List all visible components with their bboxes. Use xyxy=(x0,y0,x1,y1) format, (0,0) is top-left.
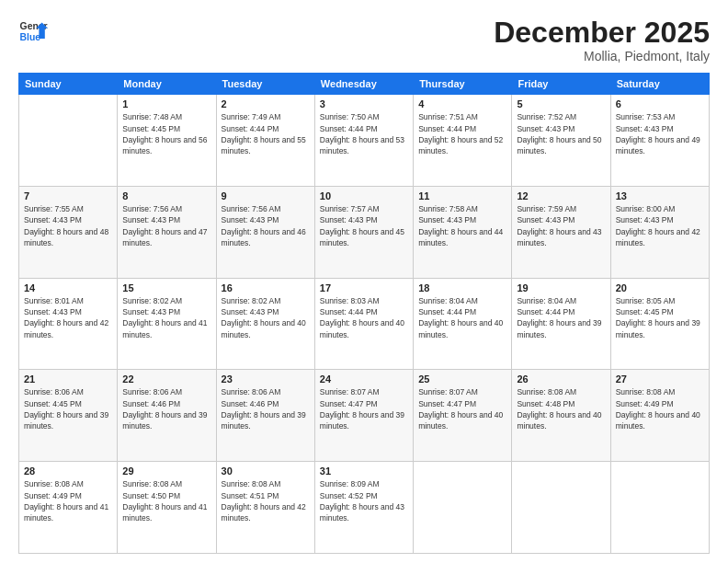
day-info: Sunrise: 8:09 AM Sunset: 4:52 PM Dayligh… xyxy=(320,478,408,523)
sunset: Sunset: 4:47 PM xyxy=(418,399,476,408)
daylight: Daylight: 8 hours and 40 minutes. xyxy=(616,410,700,431)
col-saturday: Saturday xyxy=(610,74,709,95)
cell-w1-d4: 11 Sunrise: 7:58 AM Sunset: 4:43 PM Dayl… xyxy=(414,186,512,278)
sunset: Sunset: 4:52 PM xyxy=(320,491,378,500)
cell-w3-d0: 21 Sunrise: 8:06 AM Sunset: 4:45 PM Dayl… xyxy=(19,370,118,462)
logo: General Blue xyxy=(18,17,48,46)
cell-w3-d6: 27 Sunrise: 8:08 AM Sunset: 4:49 PM Dayl… xyxy=(610,370,709,462)
sunrise: Sunrise: 8:03 AM xyxy=(320,296,380,305)
day-number: 29 xyxy=(122,465,210,477)
day-number: 22 xyxy=(122,373,210,385)
sunrise: Sunrise: 8:01 AM xyxy=(24,296,84,305)
day-info: Sunrise: 8:02 AM Sunset: 4:43 PM Dayligh… xyxy=(222,295,310,340)
sunset: Sunset: 4:47 PM xyxy=(320,399,378,408)
daylight: Daylight: 8 hours and 47 minutes. xyxy=(122,227,207,247)
day-number: 7 xyxy=(24,190,112,201)
sunrise: Sunrise: 7:55 AM xyxy=(24,204,84,213)
daylight: Daylight: 8 hours and 52 minutes. xyxy=(418,135,503,155)
cell-w2-d0: 14 Sunrise: 8:01 AM Sunset: 4:43 PM Dayl… xyxy=(19,278,118,370)
sunset: Sunset: 4:43 PM xyxy=(122,215,180,224)
day-info: Sunrise: 8:07 AM Sunset: 4:47 PM Dayligh… xyxy=(320,386,408,431)
sunrise: Sunrise: 7:52 AM xyxy=(517,112,576,121)
day-info: Sunrise: 7:58 AM Sunset: 4:43 PM Dayligh… xyxy=(418,203,506,248)
day-info: Sunrise: 8:08 AM Sunset: 4:51 PM Dayligh… xyxy=(222,478,310,523)
col-wednesday: Wednesday xyxy=(314,74,413,95)
daylight: Daylight: 8 hours and 39 minutes. xyxy=(616,318,700,339)
daylight: Daylight: 8 hours and 53 minutes. xyxy=(320,135,404,155)
sunset: Sunset: 4:43 PM xyxy=(517,215,574,224)
cell-w3-d2: 23 Sunrise: 8:06 AM Sunset: 4:46 PM Dayl… xyxy=(216,370,314,462)
sunrise: Sunrise: 8:05 AM xyxy=(616,296,676,305)
sunrise: Sunrise: 8:08 AM xyxy=(222,479,281,488)
svg-text:Blue: Blue xyxy=(20,32,41,42)
cell-w2-d5: 19 Sunrise: 8:04 AM Sunset: 4:44 PM Dayl… xyxy=(512,278,610,370)
cell-w0-d1: 1 Sunrise: 7:48 AM Sunset: 4:45 PM Dayli… xyxy=(118,95,216,187)
day-number: 24 xyxy=(320,373,408,385)
week-row-0: 1 Sunrise: 7:48 AM Sunset: 4:45 PM Dayli… xyxy=(19,95,710,187)
daylight: Daylight: 8 hours and 43 minutes. xyxy=(320,502,404,523)
cell-w4-d2: 30 Sunrise: 8:08 AM Sunset: 4:51 PM Dayl… xyxy=(216,462,314,554)
sunset: Sunset: 4:44 PM xyxy=(320,307,378,316)
location: Mollia, Piedmont, Italy xyxy=(494,49,710,63)
day-number: 6 xyxy=(616,98,704,109)
sunset: Sunset: 4:44 PM xyxy=(517,307,574,316)
daylight: Daylight: 8 hours and 41 minutes. xyxy=(24,502,108,523)
sunrise: Sunrise: 8:06 AM xyxy=(222,387,281,396)
week-row-1: 7 Sunrise: 7:55 AM Sunset: 4:43 PM Dayli… xyxy=(19,186,710,278)
day-info: Sunrise: 8:05 AM Sunset: 4:45 PM Dayligh… xyxy=(616,295,704,340)
sunrise: Sunrise: 7:57 AM xyxy=(320,204,380,213)
cell-w0-d6: 6 Sunrise: 7:53 AM Sunset: 4:43 PM Dayli… xyxy=(610,95,709,187)
sunrise: Sunrise: 8:08 AM xyxy=(517,387,576,396)
day-info: Sunrise: 7:50 AM Sunset: 4:44 PM Dayligh… xyxy=(320,111,408,156)
week-row-2: 14 Sunrise: 8:01 AM Sunset: 4:43 PM Dayl… xyxy=(19,278,710,370)
sunrise: Sunrise: 8:08 AM xyxy=(122,479,182,488)
day-number: 23 xyxy=(222,373,310,385)
sunset: Sunset: 4:43 PM xyxy=(24,307,82,316)
sunrise: Sunrise: 8:07 AM xyxy=(320,387,380,396)
day-info: Sunrise: 8:04 AM Sunset: 4:44 PM Dayligh… xyxy=(517,295,605,340)
daylight: Daylight: 8 hours and 41 minutes. xyxy=(122,502,207,523)
cell-w4-d5 xyxy=(512,462,610,554)
logo-icon: General Blue xyxy=(18,17,48,46)
sunrise: Sunrise: 7:58 AM xyxy=(418,204,478,213)
col-monday: Monday xyxy=(118,74,216,95)
cell-w1-d5: 12 Sunrise: 7:59 AM Sunset: 4:43 PM Dayl… xyxy=(512,186,610,278)
day-number: 19 xyxy=(517,282,605,293)
day-info: Sunrise: 7:56 AM Sunset: 4:43 PM Dayligh… xyxy=(122,203,210,248)
day-info: Sunrise: 7:51 AM Sunset: 4:44 PM Dayligh… xyxy=(418,111,506,156)
week-row-3: 21 Sunrise: 8:06 AM Sunset: 4:45 PM Dayl… xyxy=(19,370,710,462)
sunset: Sunset: 4:43 PM xyxy=(122,307,180,316)
daylight: Daylight: 8 hours and 45 minutes. xyxy=(320,227,404,247)
page: General Blue December 2025 Mollia, Piedm… xyxy=(0,0,728,563)
day-info: Sunrise: 8:08 AM Sunset: 4:50 PM Dayligh… xyxy=(122,478,210,523)
day-number: 9 xyxy=(222,190,310,201)
sunset: Sunset: 4:43 PM xyxy=(320,215,378,224)
sunrise: Sunrise: 8:09 AM xyxy=(320,479,380,488)
cell-w3-d4: 25 Sunrise: 8:07 AM Sunset: 4:47 PM Dayl… xyxy=(414,370,512,462)
day-number: 3 xyxy=(320,98,408,109)
day-info: Sunrise: 7:56 AM Sunset: 4:43 PM Dayligh… xyxy=(222,203,310,248)
cell-w2-d6: 20 Sunrise: 8:05 AM Sunset: 4:45 PM Dayl… xyxy=(610,278,709,370)
sunset: Sunset: 4:45 PM xyxy=(616,307,674,316)
sunrise: Sunrise: 7:48 AM xyxy=(122,112,182,121)
day-number: 25 xyxy=(418,373,506,385)
col-thursday: Thursday xyxy=(414,74,512,95)
day-number: 28 xyxy=(24,465,112,477)
day-info: Sunrise: 8:07 AM Sunset: 4:47 PM Dayligh… xyxy=(418,386,506,431)
sunset: Sunset: 4:43 PM xyxy=(616,124,674,133)
day-info: Sunrise: 8:06 AM Sunset: 4:46 PM Dayligh… xyxy=(222,386,310,431)
day-info: Sunrise: 7:49 AM Sunset: 4:44 PM Dayligh… xyxy=(222,111,310,156)
cell-w4-d3: 31 Sunrise: 8:09 AM Sunset: 4:52 PM Dayl… xyxy=(314,462,413,554)
cell-w1-d3: 10 Sunrise: 7:57 AM Sunset: 4:43 PM Dayl… xyxy=(314,186,413,278)
calendar-table: Sunday Monday Tuesday Wednesday Thursday… xyxy=(18,73,710,554)
day-number: 11 xyxy=(418,190,506,201)
cell-w0-d3: 3 Sunrise: 7:50 AM Sunset: 4:44 PM Dayli… xyxy=(314,95,413,187)
daylight: Daylight: 8 hours and 42 minutes. xyxy=(24,318,108,339)
sunset: Sunset: 4:44 PM xyxy=(418,307,476,316)
daylight: Daylight: 8 hours and 49 minutes. xyxy=(616,135,700,155)
sunset: Sunset: 4:44 PM xyxy=(222,124,279,133)
day-number: 26 xyxy=(517,373,605,385)
sunrise: Sunrise: 8:00 AM xyxy=(616,204,676,213)
title-block: December 2025 Mollia, Piedmont, Italy xyxy=(494,17,710,63)
sunrise: Sunrise: 8:04 AM xyxy=(517,296,576,305)
